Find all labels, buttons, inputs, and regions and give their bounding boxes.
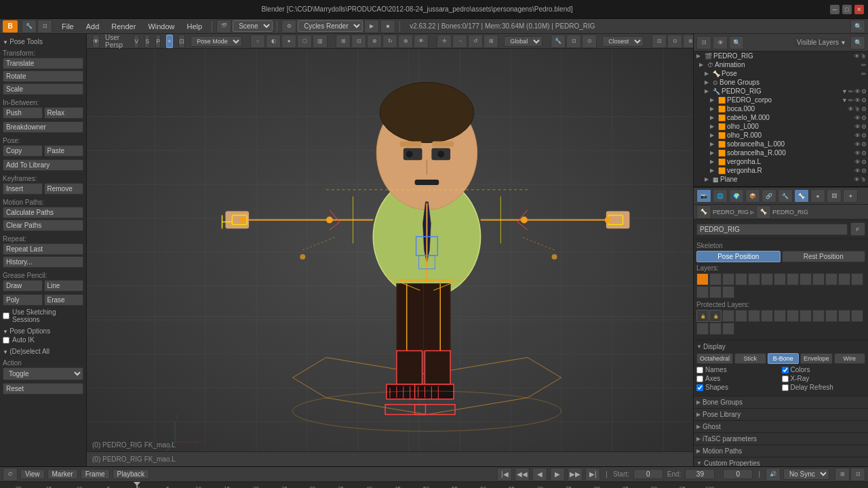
tree-item-animation[interactable]: ▶ ⏱ Animation ✏	[694, 60, 868, 69]
menu-icon-2[interactable]: ⊡	[37, 20, 52, 33]
menu-window[interactable]: Window	[142, 21, 180, 32]
layer-btn-3[interactable]	[722, 273, 734, 285]
rig-name-input[interactable]	[696, 224, 848, 235]
prot-layer-btn-6[interactable]	[761, 310, 773, 322]
rest-position-btn[interactable]: Rest Position	[782, 251, 866, 262]
timeline-icon[interactable]: ⏱	[3, 468, 18, 481]
ghost-section-header[interactable]: Ghost	[694, 421, 868, 433]
tree-item-corpo[interactable]: ▶ 🟧 PEDRO_corpo ▼ ✏ 👁 ⚙	[694, 96, 868, 104]
shapes-checkbox[interactable]: Shapes	[696, 384, 781, 391]
search-btn[interactable]: 🔍	[850, 20, 865, 33]
window-controls[interactable]: ─ □ ✕	[830, 5, 864, 14]
tree-item-sobr-r[interactable]: ▶ 🟧 sobrancelha_R.000 👁 ⚙	[694, 148, 868, 157]
layer-btn-10[interactable]	[812, 273, 825, 285]
tree-item-sobr-l[interactable]: ▶ 🟧 sobrancelha_L.000 👁 ⚙	[694, 140, 868, 148]
clear-paths-btn[interactable]: Clear Paths	[3, 220, 83, 231]
layer-btn-4[interactable]	[735, 273, 747, 285]
deselect-header[interactable]: (De)select All	[3, 346, 83, 357]
octahedral-btn[interactable]: Octahedral	[696, 353, 733, 364]
scene-icon[interactable]: 🎬	[216, 20, 231, 33]
layer-btn-13[interactable]	[851, 273, 863, 285]
sync-mode-select[interactable]: No Sync	[783, 468, 829, 480]
prop-icon-3[interactable]: ⊗	[683, 35, 693, 48]
layer-btn-1[interactable]	[696, 273, 709, 285]
breakdowner-btn[interactable]: Breakdowner	[3, 121, 83, 133]
snap-icon-3[interactable]: ⊙	[582, 35, 597, 48]
layer-btn-14[interactable]	[696, 286, 709, 298]
prot-layer-btn-4[interactable]	[735, 310, 747, 322]
engine-icon[interactable]: ⚙	[281, 20, 296, 33]
display-icon-5[interactable]: ▥	[313, 35, 328, 48]
pose-options-header[interactable]: Pose Options	[3, 326, 83, 336]
layers-grid[interactable]	[696, 273, 865, 298]
names-checkbox[interactable]: Names	[696, 366, 781, 373]
tree-item-pedro-rig[interactable]: ▶ 🎬 PEDRO_RIG 👁 🖱	[694, 52, 868, 60]
use-sketching-checkbox[interactable]: Use Sketching Sessions	[3, 308, 83, 323]
render-stop-btn[interactable]: ■	[380, 20, 395, 33]
prop-icon-object[interactable]: 📦	[745, 189, 760, 203]
prop-icon-particles[interactable]: ✦	[843, 189, 858, 203]
vp-icon-11[interactable]: 👁	[414, 35, 429, 48]
erase-btn[interactable]: Erase	[44, 294, 84, 306]
layer-btn-11[interactable]	[825, 273, 837, 285]
display-icon-2[interactable]: ◐	[266, 35, 281, 48]
menu-file[interactable]: File	[56, 21, 79, 32]
bone-groups-section-header[interactable]: Bone Groups	[694, 396, 868, 409]
prop-icon-1[interactable]: ⊡	[652, 35, 667, 48]
prot-layer-btn-16[interactable]	[722, 323, 734, 335]
outliner-view-btn[interactable]: 👁	[713, 36, 728, 49]
visible-layers-dropdown[interactable]: ▼	[840, 39, 846, 46]
viewport-icon[interactable]: 👁	[92, 35, 100, 48]
vp-icon-10[interactable]: ⊕	[398, 35, 413, 48]
character-rig[interactable]	[87, 49, 693, 451]
reverse-play-btn[interactable]: ◀	[532, 468, 547, 481]
tree-item-plane[interactable]: ▶ ▦ Plane 👁 🖱	[694, 175, 868, 184]
scene-select[interactable]: Scene	[233, 20, 273, 32]
scale-icon[interactable]: ⊞	[484, 35, 498, 48]
select-btn[interactable]: S	[144, 35, 150, 48]
next-frame-btn[interactable]: ▶|	[585, 468, 600, 481]
prop-icon-render[interactable]: 📷	[696, 189, 711, 203]
xray-checkbox[interactable]: X-Ray	[782, 375, 866, 382]
viewport[interactable]: 👁 User Persp V S P ✦ ⊡ Pose Mode ○ ◐ ● ⬡…	[87, 34, 693, 466]
prop-icon-material[interactable]: ●	[810, 189, 825, 203]
menu-icon-1[interactable]: 🔧	[22, 20, 37, 33]
rig-fake-user-btn[interactable]: F	[850, 222, 865, 236]
pose-mode-btn[interactable]: ✦	[166, 35, 173, 48]
minimize-btn[interactable]: ─	[830, 5, 840, 14]
render-play-btn[interactable]: ▶	[364, 20, 379, 33]
render-engine-select[interactable]: Cycles Render	[298, 20, 363, 32]
prot-layer-btn-11[interactable]	[825, 310, 837, 322]
prop-icon-constraints[interactable]: 🔗	[762, 189, 776, 203]
history-btn[interactable]: History...	[3, 256, 83, 268]
protected-layers-grid[interactable]: 🔒 🔒	[696, 310, 865, 335]
prot-layer-btn-3[interactable]	[722, 310, 734, 322]
prot-layer-btn-1[interactable]: 🔒	[696, 310, 709, 322]
prev-keyframe-btn[interactable]: ◀◀	[515, 468, 530, 481]
snap-icon-2[interactable]: ⊡	[566, 35, 581, 48]
prop-icon-modifier[interactable]: 🔧	[778, 189, 793, 203]
axes-checkbox[interactable]: Axes	[696, 375, 781, 382]
breadcrumb-icon-2[interactable]: 🦴	[756, 205, 771, 219]
colors-checkbox[interactable]: Colors	[782, 366, 866, 373]
wire-btn[interactable]: Wire	[834, 353, 865, 364]
prot-layer-btn-12[interactable]	[838, 310, 850, 322]
repeat-last-btn[interactable]: Repeat Last	[3, 243, 83, 255]
calculate-paths-btn[interactable]: Calculate Paths	[3, 207, 83, 218]
vp-icon-7[interactable]: ⊡	[351, 35, 366, 48]
relax-btn[interactable]: Relax	[44, 107, 84, 119]
pose-tools-header[interactable]: Pose Tools	[3, 37, 83, 47]
frame-menu-btn[interactable]: Frame	[81, 469, 110, 479]
pivot-icon-btn[interactable]: ⊡	[178, 35, 185, 48]
rotate-btn[interactable]: Rotate	[3, 70, 83, 82]
push-btn[interactable]: Push	[3, 107, 43, 119]
bbone-btn[interactable]: B-Bone	[768, 353, 799, 364]
tree-item-cabelo[interactable]: ▶ 🟧 cabelo_M.000 👁 ⚙	[694, 113, 868, 122]
transform-pivot-select[interactable]: Global	[504, 36, 542, 47]
layer-btn-15[interactable]	[709, 286, 722, 298]
display-icon-4[interactable]: ⬡	[297, 35, 312, 48]
copy-btn[interactable]: Copy	[3, 145, 43, 157]
view-menu-btn[interactable]: View	[20, 469, 45, 479]
timeline-ruler[interactable]: -20 -15 -10 -5 0 5 10 15 20 25 30 35 40 …	[0, 482, 868, 488]
playback-menu-btn[interactable]: Playback	[113, 469, 150, 479]
